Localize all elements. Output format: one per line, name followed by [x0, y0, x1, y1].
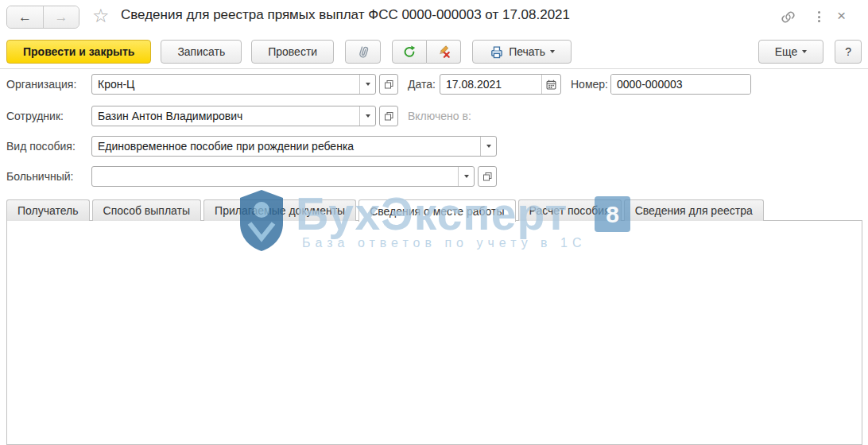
post-label: Провести	[268, 45, 317, 58]
close-icon: ×	[837, 7, 846, 24]
tab-label: Сведения о месте работы	[370, 205, 504, 218]
attachments-button[interactable]	[345, 40, 381, 64]
sick-leave-combo	[91, 166, 475, 187]
benefit-type-label: Вид пособия:	[6, 136, 76, 157]
post-and-close-button[interactable]: Провести и закрыть	[6, 40, 151, 64]
sick-leave-dropdown-button[interactable]	[458, 167, 474, 186]
print-button[interactable]: Печать	[472, 40, 572, 64]
chevron-down-icon	[366, 83, 370, 86]
tab-label: Расчет пособия	[529, 204, 610, 217]
post-button[interactable]: Провести	[251, 40, 334, 64]
chevron-down-icon	[366, 114, 370, 118]
post-and-close-label: Провести и закрыть	[23, 45, 134, 58]
favorite-star-icon[interactable]: ☆	[92, 5, 110, 27]
benefit-type-dropdown-button[interactable]	[480, 137, 496, 156]
page-title: Сведения для реестра прямых выплат ФСС 0…	[121, 7, 570, 23]
chevron-down-icon	[464, 175, 469, 178]
date-combo	[440, 74, 561, 95]
date-label: Дата:	[408, 74, 436, 95]
pencil-cancel-icon	[436, 44, 451, 59]
paperclip-icon	[355, 44, 370, 60]
printer-icon	[489, 44, 504, 60]
organization-input[interactable]	[92, 75, 359, 94]
sick-leave-label: Больничный:	[6, 166, 73, 187]
organization-open-button[interactable]	[379, 74, 398, 95]
tab-bar: Получатель Способ выплаты Прилагаемые до…	[6, 199, 766, 221]
date-calendar-button[interactable]	[541, 75, 560, 94]
document-window: ← → ☆ Сведения для реестра прямых выплат…	[0, 0, 868, 445]
open-form-icon	[482, 172, 493, 182]
employee-open-button[interactable]	[379, 106, 398, 126]
tab-label: Получатель	[17, 204, 79, 217]
benefit-type-input[interactable]	[92, 137, 480, 156]
tab-benefit-calculation[interactable]: Расчет пособия	[518, 199, 622, 221]
link-icon	[781, 10, 796, 25]
organization-dropdown-button[interactable]	[359, 75, 375, 94]
chevron-down-icon	[802, 50, 807, 53]
help-button[interactable]: ?	[835, 40, 862, 64]
employee-dropdown-button[interactable]	[359, 106, 375, 126]
tab-attached-documents[interactable]: Прилагаемые документы	[203, 199, 356, 221]
refresh-icon	[402, 44, 417, 59]
forward-button[interactable]: →	[43, 6, 79, 28]
open-form-icon	[384, 79, 394, 90]
save-label: Записать	[177, 45, 225, 58]
employee-label: Сотрудник:	[6, 106, 64, 126]
number-field	[610, 74, 751, 95]
refresh-edit-group	[392, 40, 461, 64]
open-form-icon	[384, 111, 394, 122]
forward-arrow-icon: →	[55, 10, 68, 25]
refresh-button[interactable]	[392, 40, 427, 64]
dot	[818, 20, 820, 22]
chevron-down-icon	[486, 145, 491, 148]
workplace-info-panel	[6, 220, 862, 445]
number-label: Номер:	[571, 74, 608, 95]
tab-label: Прилагаемые документы	[215, 204, 345, 217]
benefit-type-combo	[91, 136, 497, 157]
more-actions-button[interactable]: Еще	[758, 40, 824, 64]
print-label: Печать	[509, 45, 545, 58]
toolbar: Провести и закрыть Записать Провести	[0, 35, 868, 69]
cancel-edit-button[interactable]	[427, 40, 461, 64]
more-menu-button[interactable]	[813, 9, 825, 25]
included-in-label: Включено в:	[408, 106, 471, 126]
close-button[interactable]: ×	[837, 8, 846, 23]
sick-leave-input[interactable]	[92, 167, 458, 186]
employee-combo	[91, 106, 376, 126]
get-link-button[interactable]	[781, 10, 796, 27]
save-button[interactable]: Записать	[161, 40, 242, 64]
tab-label: Сведения для реестра	[635, 204, 753, 217]
date-input[interactable]	[440, 75, 541, 94]
sick-leave-open-button[interactable]	[478, 166, 497, 187]
tab-registry-info[interactable]: Сведения для реестра	[624, 199, 764, 221]
tab-label: Способ выплаты	[103, 204, 191, 217]
organization-label: Организация:	[6, 74, 76, 95]
tab-payment-method[interactable]: Способ выплаты	[92, 199, 202, 221]
tab-recipient[interactable]: Получатель	[6, 199, 90, 221]
nav-buttons: ← →	[6, 6, 79, 29]
dot	[818, 11, 820, 14]
calendar-icon	[545, 79, 557, 91]
help-label: ?	[845, 45, 851, 58]
tab-workplace-info[interactable]: Сведения о месте работы	[358, 199, 515, 222]
titlebar: ← → ☆ Сведения для реестра прямых выплат…	[0, 0, 868, 33]
more-actions-label: Еще	[775, 45, 798, 58]
chevron-down-icon	[550, 50, 555, 53]
back-button[interactable]: ←	[7, 6, 43, 28]
back-arrow-icon: ←	[18, 10, 32, 25]
number-input[interactable]	[611, 75, 750, 94]
employee-input[interactable]	[92, 106, 359, 126]
dot	[818, 16, 820, 18]
organization-combo	[91, 74, 376, 95]
